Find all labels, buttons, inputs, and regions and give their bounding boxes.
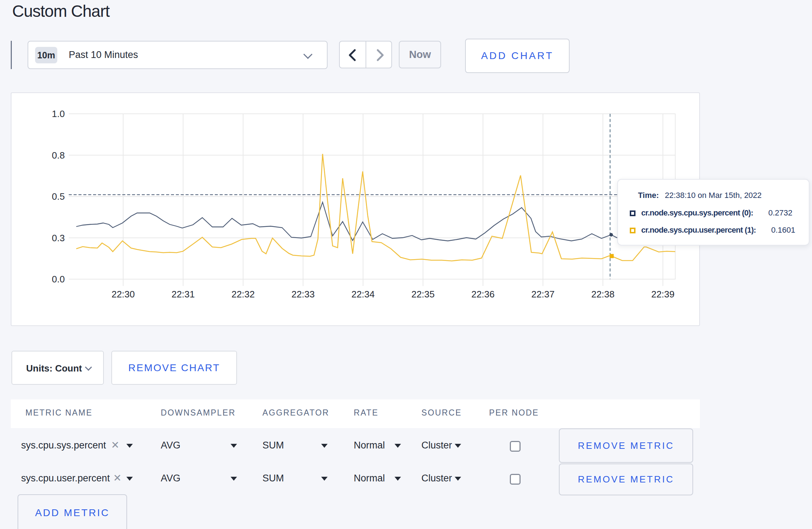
svg-text:22:31: 22:31 xyxy=(171,289,195,300)
svg-text:22:39: 22:39 xyxy=(651,289,675,300)
svg-text:22:38: 22:38 xyxy=(591,289,614,300)
svg-text:0.8: 0.8 xyxy=(52,150,65,161)
svg-text:22:37: 22:37 xyxy=(531,289,555,300)
svg-text:1.0: 1.0 xyxy=(52,108,65,119)
svg-text:0.5: 0.5 xyxy=(52,191,65,202)
svg-text:22:32: 22:32 xyxy=(231,289,255,300)
svg-text:0.3: 0.3 xyxy=(52,233,65,243)
svg-text:22:36: 22:36 xyxy=(471,289,494,300)
svg-text:0.0: 0.0 xyxy=(52,274,65,285)
svg-text:22:33: 22:33 xyxy=(291,289,315,300)
svg-text:22:34: 22:34 xyxy=(351,289,374,300)
svg-text:22:30: 22:30 xyxy=(111,289,135,300)
svg-text:22:35: 22:35 xyxy=(411,289,435,300)
